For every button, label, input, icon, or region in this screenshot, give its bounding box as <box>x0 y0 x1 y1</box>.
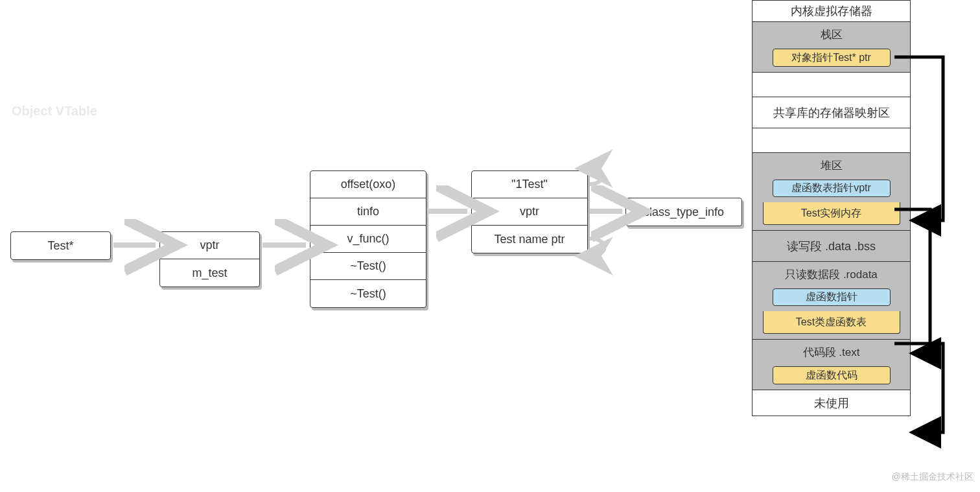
mem-data-seg-label: 读写段 .data .bss <box>787 239 876 254</box>
vtable-cell-offset: offset(oxo) <box>310 171 426 198</box>
typeinfo-cell-vptr: vptr <box>472 198 587 226</box>
mem-rodata-title: 只读数据段 .rodata <box>785 267 878 282</box>
mem-rodata-vtable-pill: Test类虚函数表 <box>763 311 900 334</box>
mem-shared: 共享库的存储器映射区 <box>752 97 911 128</box>
mem-kernel: 内核虚拟存储器 <box>752 0 911 22</box>
mem-heap: 堆区 虚函数表指针vptr Test实例内存 <box>752 153 911 231</box>
mem-heap-title: 堆区 <box>821 158 843 173</box>
typeinfo-cell-name: "1Test" <box>472 171 587 198</box>
diagram-caption: Object VTable <box>12 104 97 119</box>
vtable-box: offset(oxo) tinfo v_func() ~Test() ~Test… <box>310 170 426 308</box>
typeinfo-box: "1Test" vptr Test name ptr <box>471 170 588 253</box>
mem-text-seg: 代码段 .text 虚函数代码 <box>752 340 911 390</box>
watermark: @稀土掘金技术社区 <box>892 471 974 483</box>
pointer-box: Test* <box>10 231 111 260</box>
mem-heap-vptr-pill: 虚函数表指针vptr <box>773 180 891 197</box>
vtable-cell-dtor2: ~Test() <box>310 280 426 307</box>
object-cell-mtest: m_test <box>160 259 259 287</box>
class-type-info-box: class_type_info <box>625 198 742 226</box>
pointer-cell: Test* <box>11 232 110 259</box>
memory-layout: 内核虚拟存储器 栈区 对象指针Test* ptr 共享库的存储器映射区 堆区 虚… <box>752 0 911 416</box>
arrow-typeinfo-self-1 <box>590 169 602 184</box>
mem-heap-instance-pill: Test实例内存 <box>763 202 900 225</box>
mem-stack: 栈区 对象指针Test* ptr <box>752 22 911 73</box>
mem-rodata: 只读数据段 .rodata 虚函数指针 Test类虚函数表 <box>752 262 911 340</box>
mem-text-code-pill: 虚函数代码 <box>773 366 891 384</box>
mem-unused-label: 未使用 <box>814 395 849 411</box>
mem-shared-label: 共享库的存储器映射区 <box>773 105 890 121</box>
object-cell-vptr: vptr <box>160 232 259 259</box>
mem-stack-pill: 对象指针Test* ptr <box>773 49 891 67</box>
object-box: vptr m_test <box>159 231 260 287</box>
class-type-info-cell: class_type_info <box>626 198 741 226</box>
vtable-cell-dtor1: ~Test() <box>310 253 426 280</box>
mem-gap-1 <box>752 73 911 97</box>
mem-rodata-fnptr-pill: 虚函数指针 <box>773 288 891 306</box>
mem-text-title: 代码段 .text <box>803 345 860 360</box>
mem-kernel-label: 内核虚拟存储器 <box>791 3 872 19</box>
arrow-typeinfo-self-2 <box>590 239 605 256</box>
mem-unused: 未使用 <box>752 390 911 416</box>
mem-data-seg: 读写段 .data .bss <box>752 231 911 262</box>
mem-gap-2 <box>752 128 911 153</box>
mem-stack-title: 栈区 <box>821 27 843 42</box>
vtable-cell-vfunc: v_func() <box>310 226 426 253</box>
typeinfo-cell-nameptr: Test name ptr <box>472 226 587 253</box>
vtable-cell-tinfo: tinfo <box>310 198 426 226</box>
